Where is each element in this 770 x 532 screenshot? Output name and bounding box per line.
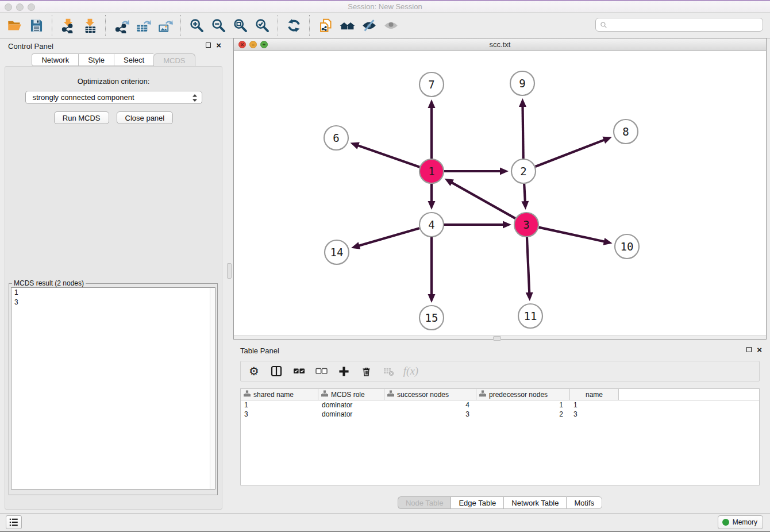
hide-selected-button[interactable] xyxy=(358,15,380,36)
show-selected-button[interactable] xyxy=(380,15,402,36)
zoom-selected-button[interactable] xyxy=(251,15,273,36)
table-cell[interactable]: dominator xyxy=(318,410,384,419)
tab-mcds[interactable]: MCDS xyxy=(153,53,195,67)
table-cell[interactable]: 1 xyxy=(241,400,318,410)
open-file-button[interactable] xyxy=(3,15,25,36)
close-panel-icon[interactable]: × xyxy=(216,42,221,48)
export-table-button[interactable] xyxy=(132,15,154,36)
table-cell[interactable]: 3 xyxy=(241,410,318,419)
column-header-name[interactable]: name xyxy=(570,389,619,400)
network-window-titlebar[interactable]: ✕ − + scc.txt xyxy=(234,38,766,51)
node-11[interactable]: 11 xyxy=(518,304,542,328)
edge-1-7[interactable] xyxy=(428,99,436,159)
node-1[interactable]: 1 xyxy=(419,159,444,183)
edge-2-3[interactable] xyxy=(521,184,529,210)
edge-3-1[interactable] xyxy=(445,179,515,218)
optimization-criterion-select[interactable]: strongly connected component xyxy=(25,91,202,104)
column-header-successor-nodes[interactable]: successor nodes xyxy=(384,389,476,400)
edge-arrowhead xyxy=(503,221,511,229)
tab-style[interactable]: Style xyxy=(78,53,114,66)
table-cell[interactable]: 1 xyxy=(570,400,619,410)
control-panel: Control Panel × NetworkStyleSelectMCDS O… xyxy=(1,38,226,513)
status-bar: Memory xyxy=(0,513,770,531)
node-6[interactable]: 6 xyxy=(324,126,348,150)
node-3[interactable]: 3 xyxy=(514,213,538,237)
add-column-button[interactable] xyxy=(337,365,350,377)
tab-network-table[interactable]: Network Table xyxy=(503,496,566,509)
table-row[interactable]: 1dominator411 xyxy=(241,400,759,410)
edge-1-2[interactable] xyxy=(444,168,509,175)
mcds-result-list[interactable]: 13 xyxy=(11,287,215,489)
zoom-out-button[interactable] xyxy=(207,15,229,36)
search-input[interactable] xyxy=(610,21,763,29)
duplicate-network-button[interactable] xyxy=(314,15,336,36)
float-panel-icon[interactable] xyxy=(206,43,211,48)
hierarchy-icon xyxy=(244,390,251,399)
edge-1-6[interactable] xyxy=(351,142,420,167)
table-cell[interactable]: 4 xyxy=(384,400,476,410)
optimization-criterion-label: Optimization criterion: xyxy=(5,77,222,86)
edge-4-15[interactable] xyxy=(428,237,436,303)
deselect-all-button[interactable] xyxy=(315,365,328,377)
edge-3-10[interactable] xyxy=(538,228,612,245)
zoom-in-button[interactable] xyxy=(186,15,207,36)
select-all-button[interactable] xyxy=(292,365,305,377)
table-cell[interactable]: 3 xyxy=(384,410,476,419)
node-15[interactable]: 15 xyxy=(419,306,444,330)
import-network-button[interactable] xyxy=(57,15,79,36)
vertical-splitter-handle[interactable] xyxy=(227,263,232,279)
edge-2-8[interactable] xyxy=(536,137,612,167)
control-panel-tabs: NetworkStyleSelectMCDS xyxy=(1,53,226,67)
network-canvas[interactable]: 7968124314101511 xyxy=(234,51,766,336)
close-panel-button[interactable]: Close panel xyxy=(117,111,174,124)
zoom-fit-button[interactable] xyxy=(229,15,251,36)
toolbar-separator xyxy=(52,15,52,36)
column-visibility-button[interactable] xyxy=(270,365,283,377)
title-bar: Session: New Session xyxy=(0,1,770,13)
table-settings-button[interactable]: ⚙ xyxy=(248,365,260,377)
close-table-panel-icon[interactable]: × xyxy=(757,346,762,353)
node-9[interactable]: 9 xyxy=(510,71,534,95)
node-8[interactable]: 8 xyxy=(614,119,638,144)
column-header-predecessor-nodes[interactable]: predecessor nodes xyxy=(476,389,570,400)
run-mcds-button[interactable]: Run MCDS xyxy=(54,111,109,124)
table-cell[interactable]: 2 xyxy=(476,410,570,419)
column-header-shared-name[interactable]: shared name xyxy=(241,389,318,400)
save-session-button[interactable] xyxy=(25,15,47,36)
table-cell[interactable]: 3 xyxy=(570,410,619,419)
edge-2-9[interactable] xyxy=(519,98,526,159)
import-table-button[interactable] xyxy=(79,15,101,36)
node-2[interactable]: 2 xyxy=(511,159,536,183)
memory-button[interactable]: Memory xyxy=(718,515,763,529)
search-box[interactable] xyxy=(595,18,763,32)
tab-edge-table[interactable]: Edge Table xyxy=(451,496,503,509)
export-table-icon xyxy=(136,18,151,33)
edge-3-11[interactable] xyxy=(526,237,533,301)
tab-motifs[interactable]: Motifs xyxy=(566,496,602,509)
column-header-MCDS-role[interactable]: MCDS role xyxy=(318,389,384,400)
node-7[interactable]: 7 xyxy=(419,72,444,97)
edge-1-4[interactable] xyxy=(428,184,436,210)
export-network-button[interactable] xyxy=(110,15,132,36)
horizontal-splitter-handle[interactable] xyxy=(493,336,501,341)
export-image-button[interactable] xyxy=(154,15,176,36)
tab-network[interactable]: Network xyxy=(32,53,78,66)
node-4[interactable]: 4 xyxy=(419,213,444,237)
tab-node-table[interactable]: Node Table xyxy=(398,496,451,509)
edge-4-3[interactable] xyxy=(444,221,511,229)
delete-column-button[interactable] xyxy=(360,365,372,377)
refresh-view-button[interactable] xyxy=(283,15,305,36)
table-cell[interactable]: dominator xyxy=(318,400,384,410)
tab-select[interactable]: Select xyxy=(114,53,153,66)
hierarchy-icon xyxy=(479,390,486,399)
task-history-button[interactable] xyxy=(6,515,22,529)
edge-4-14[interactable] xyxy=(351,228,419,249)
result-scrollbar[interactable] xyxy=(210,288,215,489)
table-cell[interactable]: 1 xyxy=(476,400,570,410)
node-10[interactable]: 10 xyxy=(615,234,639,259)
network-home-button[interactable] xyxy=(336,15,358,36)
table-row[interactable]: 3dominator323 xyxy=(241,410,759,419)
float-table-panel-icon[interactable] xyxy=(746,347,752,352)
node-label: 1 xyxy=(428,165,434,178)
node-14[interactable]: 14 xyxy=(325,240,349,264)
